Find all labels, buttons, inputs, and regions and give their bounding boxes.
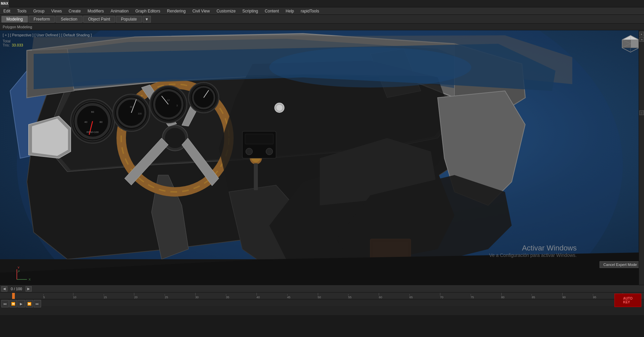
viewport-label: [ + ] [ Perspective ] [ User Defined ] [… — [3, 33, 92, 37]
menu-group[interactable]: Group — [30, 7, 48, 14]
svg-text:60: 60 — [91, 110, 94, 113]
svg-point-39 — [276, 105, 282, 111]
title-bar: MAX — [0, 0, 644, 7]
stats-panel: Total Tris: 33.033 — [3, 39, 23, 47]
menu-bar: Edit Tools Group Views Create Modifiers … — [0, 7, 644, 15]
play-to-start-btn[interactable]: ⏮ — [1, 300, 9, 307]
menu-modifiers[interactable]: Modifiers — [84, 7, 107, 14]
timeline-ruler[interactable]: 5101520253035404550556065707580859095100 — [0, 293, 644, 299]
watermark: Activar Windows Ve a Configuración para … — [489, 244, 577, 258]
tab-modeling[interactable]: Modeling — [1, 16, 28, 23]
toolbar-more-dropdown[interactable]: ▼ — [143, 16, 151, 23]
svg-text:↗: ↗ — [17, 269, 20, 273]
animate-btn-area: AUTOKEY — [612, 285, 644, 315]
menu-animation[interactable]: Animation — [107, 7, 132, 14]
svg-marker-47 — [631, 40, 639, 48]
timeline-track[interactable] — [0, 299, 644, 306]
timeline-ruler-inner: 5101520253035404550556065707580859095100 — [0, 293, 644, 299]
menu-tools[interactable]: Tools — [14, 7, 30, 14]
total-label: Total — [3, 39, 10, 43]
svg-text:80: 80 — [100, 121, 103, 124]
viewport-controls: [ + ] [ Perspective ] [ User Defined ] [… — [3, 33, 92, 37]
svg-point-34 — [246, 148, 252, 155]
right-btn-1[interactable]: ▸ — [639, 32, 644, 36]
tris-label: Tris: — [3, 43, 10, 47]
menu-content[interactable]: Content — [262, 7, 282, 14]
status-text: Polygon Modeling — [3, 25, 32, 29]
tab-selection[interactable]: Selection — [56, 16, 82, 23]
watermark-subtitle: Ve a Configuración para activar Windows. — [489, 252, 577, 258]
svg-point-35 — [266, 148, 273, 155]
timeline-prev-btn[interactable]: ◀ — [1, 286, 7, 292]
max-logo: MAX — [0, 0, 9, 7]
menu-help[interactable]: Help — [282, 7, 298, 14]
svg-rect-33 — [245, 134, 273, 144]
right-btn-3[interactable]: ⋮ — [639, 110, 644, 115]
right-btn-2[interactable]: ◂ — [639, 37, 644, 42]
tab-freeform[interactable]: Freeform — [29, 16, 55, 23]
nav-cube[interactable] — [620, 34, 641, 54]
timeline-area: ◀ 0 / 100 ▶ 5101520253035404550556065707… — [0, 285, 644, 315]
menu-views[interactable]: Views — [48, 7, 65, 14]
svg-point-40 — [269, 47, 471, 88]
menu-customize[interactable]: Customize — [213, 7, 239, 14]
tab-object-paint[interactable]: Object Paint — [83, 16, 115, 23]
cancel-expert-mode-button[interactable]: Cancel Expert Mode — [600, 261, 641, 268]
menu-rendering[interactable]: Rendering — [164, 7, 189, 14]
menu-civil-view[interactable]: Civil View — [189, 7, 213, 14]
svg-text:100: 100 — [138, 112, 142, 115]
watermark-title: Activar Windows — [489, 244, 577, 252]
play-to-end-btn[interactable]: ⏭ — [34, 300, 41, 307]
menu-edit[interactable]: Edit — [0, 7, 14, 14]
svg-rect-31 — [254, 163, 258, 190]
svg-text:RPM×100: RPM×100 — [87, 131, 99, 134]
animate-button[interactable]: AUTOKEY — [614, 294, 641, 307]
step-back-btn[interactable]: ⏪ — [9, 300, 17, 307]
status-bar: Polygon Modeling — [0, 24, 644, 30]
svg-marker-48 — [622, 40, 631, 48]
step-forward-btn[interactable]: ⏩ — [26, 300, 33, 307]
play-btn[interactable]: ▶ — [18, 300, 25, 307]
timeline-next-btn[interactable]: ▶ — [26, 286, 32, 292]
frame-counter: 0 / 100 — [9, 287, 24, 291]
menu-scripting[interactable]: Scripting — [239, 7, 262, 14]
viewport-container[interactable]: 60 80 40 RPM×100 80 100 12 3 — [0, 30, 644, 285]
svg-text:X: X — [29, 278, 31, 281]
svg-text:80: 80 — [130, 106, 133, 108]
timeline-controls: ◀ 0 / 100 ▶ — [0, 285, 644, 293]
menu-create[interactable]: Create — [65, 7, 84, 14]
svg-text:40: 40 — [84, 121, 88, 124]
toolbar-row: Modeling Freeform Selection Object Paint… — [0, 15, 644, 24]
play-controls: ⏮ ⏪ ▶ ⏩ ⏭ — [0, 292, 42, 315]
svg-text:12: 12 — [167, 99, 170, 101]
menu-rapidtools[interactable]: rapidTools — [297, 7, 323, 14]
tris-value: 33.033 — [12, 43, 23, 47]
tab-populate[interactable]: Populate — [116, 16, 142, 23]
svg-text:3: 3 — [176, 104, 178, 107]
svg-text:Y: Y — [18, 266, 20, 269]
right-toolbar: ▸ ◂ ⋮ — [639, 30, 644, 285]
menu-graph-editors[interactable]: Graph Editors — [132, 7, 164, 14]
